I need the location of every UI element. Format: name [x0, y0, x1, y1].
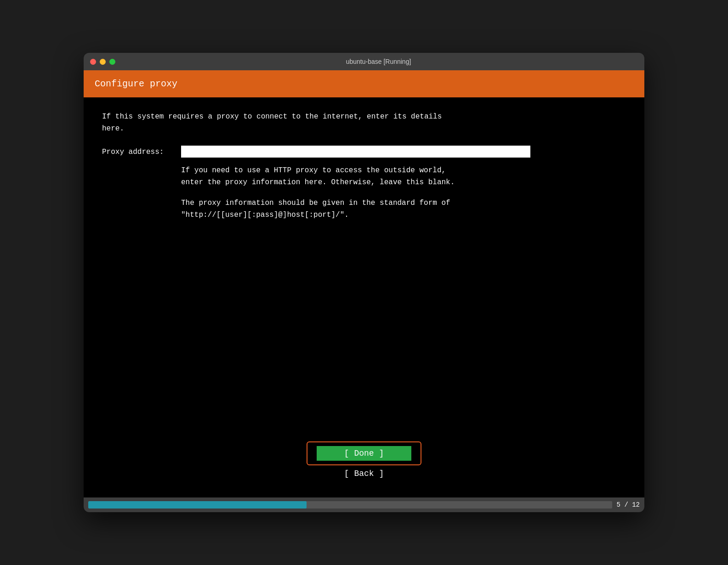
terminal-area: Configure proxy If this system requires …	[84, 70, 644, 512]
help-para-2: The proxy information should be given in…	[181, 198, 626, 221]
title-bar: ubuntu-base [Running]	[84, 53, 644, 70]
progress-bar-track	[88, 501, 612, 508]
main-content: If this system requires a proxy to conne…	[84, 97, 644, 497]
done-focus-ring: [ Done ]	[307, 441, 421, 465]
progress-label: 5 / 12	[617, 501, 640, 508]
description-text: If this system requires a proxy to conne…	[102, 111, 626, 135]
proxy-input[interactable]	[181, 146, 530, 158]
progress-bar-container: 5 / 12	[84, 497, 644, 512]
done-button[interactable]: [ Done ]	[317, 446, 411, 461]
back-button[interactable]: [ Back ]	[344, 468, 384, 479]
maximize-button[interactable]	[109, 59, 115, 65]
header-title: Configure proxy	[95, 79, 177, 89]
minimize-button[interactable]	[100, 59, 106, 65]
application-window: ubuntu-base [Running] Configure proxy If…	[84, 53, 644, 512]
description-line2: here.	[102, 124, 124, 133]
proxy-label: Proxy address:	[102, 146, 176, 158]
header-bar: Configure proxy	[84, 70, 644, 97]
close-button[interactable]	[90, 59, 96, 65]
buttons-area: [ Done ] [ Back ]	[102, 441, 626, 479]
description-line1: If this system requires a proxy to conne…	[102, 113, 442, 121]
window-title: ubuntu-base [Running]	[119, 58, 638, 65]
help-text: If you need to use a HTTP proxy to acces…	[181, 165, 626, 230]
progress-bar-fill	[88, 501, 307, 508]
help-para-1: If you need to use a HTTP proxy to acces…	[181, 165, 626, 188]
proxy-row: Proxy address:	[102, 146, 626, 158]
